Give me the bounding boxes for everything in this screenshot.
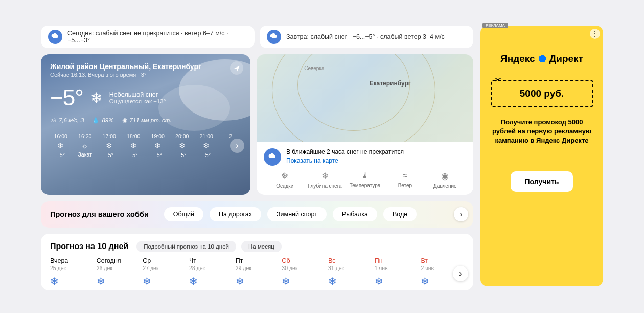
hour-slot[interactable]: 20:00❄−5°: [172, 133, 193, 158]
forecast-day[interactable]: Вчера25 дек❄: [50, 257, 94, 287]
current-temperature: −5°: [50, 85, 83, 110]
location-subline: Сейчас 16:13. Вчера в это время −3°: [50, 72, 241, 78]
hobby-tab[interactable]: Водн: [383, 207, 417, 221]
nowcast-text: В ближайшие 2 часа снег не прекратится: [286, 148, 404, 155]
hobby-tab[interactable]: Зимний спорт: [267, 207, 327, 221]
layer-icon: ≈: [387, 171, 423, 181]
tomorrow-summary-card[interactable]: Завтра: слабый снег · −6...−5° · слабый …: [260, 26, 473, 48]
snow-icon: ❄: [282, 275, 325, 287]
summary-strip: Сегодня: слабый снег не прекратится · ве…: [41, 26, 473, 48]
snow-icon: ❄: [50, 275, 94, 287]
snow-icon: ❄: [236, 275, 279, 287]
forecast-day[interactable]: Вс31 дек❄: [328, 257, 372, 287]
map-layer-tab[interactable]: 🌡Температура: [347, 171, 383, 189]
map-city-label: Екатеринбург: [369, 80, 410, 87]
hour-icon: ❄: [172, 141, 193, 150]
forecast-day[interactable]: Чт28 дек❄: [189, 257, 233, 287]
hour-icon: ❄: [147, 141, 169, 150]
scissors-icon: ✂: [495, 75, 501, 84]
wind-metric: 🌬 7,6 м/с, З: [50, 117, 84, 124]
weather-map[interactable]: Северка Екатеринбург: [257, 54, 473, 142]
forecast-day[interactable]: Пн1 янв❄: [375, 257, 418, 287]
map-card: Северка Екатеринбург В ближайшие 2 часа …: [257, 54, 473, 195]
forecast-day[interactable]: Пт29 дек❄: [236, 257, 279, 287]
hour-icon: ❄: [196, 141, 217, 150]
condition-text: Небольшой снег: [109, 91, 166, 98]
hour-slot[interactable]: 16:20☼Закат: [75, 133, 96, 158]
locate-button[interactable]: [230, 61, 243, 75]
map-town-label: Северка: [304, 65, 324, 71]
snow-icon: [48, 30, 62, 44]
humidity-metric: 💧 89%: [92, 117, 113, 124]
ad-cta-button[interactable]: Получить: [511, 171, 573, 192]
condition-icon: ❄: [90, 90, 102, 106]
forecast-day[interactable]: Сегодня26 дек❄: [97, 257, 140, 287]
hour-icon: ❄: [50, 141, 72, 150]
forecast-day[interactable]: Сб30 дек❄: [282, 257, 325, 287]
hour-slot[interactable]: 18:00❄−5°: [123, 133, 145, 158]
map-layers: ❅Осадки❄Глубина снега🌡Температура≈Ветер◉…: [264, 171, 466, 189]
map-layer-tab[interactable]: ◉Давление: [427, 171, 463, 189]
hobby-scroll-next-button[interactable]: ›: [454, 207, 468, 221]
cloud-icon: [264, 148, 281, 166]
ad-menu-button[interactable]: ⋮: [590, 29, 600, 39]
hour-icon: ❄: [123, 141, 145, 150]
ad-brand: Яндекс Директ: [489, 53, 595, 64]
direct-logo-icon: [537, 54, 547, 64]
hobby-forecast-bar: Прогноз для вашего хобби ОбщийНа дорогах…: [41, 201, 473, 228]
ad-banner[interactable]: РЕКЛАМА ⋮ Яндекс Директ ✂ 5000 руб. Полу…: [480, 26, 603, 286]
ten-day-forecast-card: Прогноз на 10 дней Подробный прогноз на …: [41, 234, 473, 290]
hourly-forecast[interactable]: 16:00❄−5°16:20☼Закат17:00❄−5°18:00❄−5°19…: [50, 133, 241, 158]
hourly-next-button[interactable]: ›: [230, 139, 244, 153]
ad-text: Получите промокод 5000 рублей на первую …: [489, 118, 595, 146]
hobby-tab[interactable]: Общий: [164, 207, 203, 221]
feels-like: Ощущается как −13°: [109, 98, 166, 104]
snow-icon: ❄: [97, 275, 140, 287]
forecast-chip[interactable]: Подробный прогноз на 10 дней: [136, 241, 236, 252]
hour-slot[interactable]: 17:00❄−5°: [99, 133, 120, 158]
snow-icon: ❄: [189, 275, 233, 287]
layer-icon: 🌡: [347, 171, 383, 181]
forecast-day[interactable]: Ср27 дек❄: [143, 257, 186, 287]
layer-icon: ◉: [427, 171, 463, 182]
show-on-map-link[interactable]: Показать на карте: [286, 157, 338, 164]
ad-coupon: ✂ 5000 руб.: [491, 80, 593, 107]
snow-icon: ❄: [375, 275, 418, 287]
snow-icon: ❄: [328, 275, 372, 287]
map-layer-tab[interactable]: ❅Осадки: [267, 171, 303, 189]
hour-icon: ☼: [75, 141, 96, 150]
hour-slot[interactable]: 21:00❄−5°: [196, 133, 217, 158]
today-summary-card[interactable]: Сегодня: слабый снег не прекратится · ве…: [41, 26, 255, 48]
hobby-title: Прогноз для вашего хобби: [50, 210, 149, 218]
today-summary-text: Сегодня: слабый снег не прекратится · ве…: [67, 30, 247, 44]
snow-icon: ❄: [143, 275, 186, 287]
forecast-title: Прогноз на 10 дней: [50, 242, 128, 251]
tomorrow-summary-text: Завтра: слабый снег · −6...−5° · слабый …: [286, 33, 445, 40]
layer-icon: ❅: [267, 171, 303, 182]
hobby-tab[interactable]: На дорогах: [210, 207, 261, 221]
forecast-chip[interactable]: На месяц: [241, 241, 282, 252]
hour-icon: ❄: [99, 141, 120, 150]
hobby-tab[interactable]: Рыбалка: [333, 207, 377, 221]
days-scroll-next-button[interactable]: ›: [453, 266, 468, 281]
pressure-metric: ◉ 711 мм рт. ст.: [122, 117, 172, 124]
hour-slot[interactable]: 16:00❄−5°: [50, 133, 72, 158]
layer-icon: ❄: [307, 171, 342, 182]
hour-slot[interactable]: 19:00❄−5°: [147, 133, 169, 158]
map-layer-tab[interactable]: ≈Ветер: [387, 171, 423, 189]
map-layer-tab[interactable]: ❄Глубина снега: [307, 171, 342, 189]
ad-label: РЕКЛАМА: [482, 23, 508, 28]
current-weather-card: Жилой район Центральный, Екатеринбург Се…: [41, 54, 250, 195]
snow-icon: [267, 30, 281, 44]
